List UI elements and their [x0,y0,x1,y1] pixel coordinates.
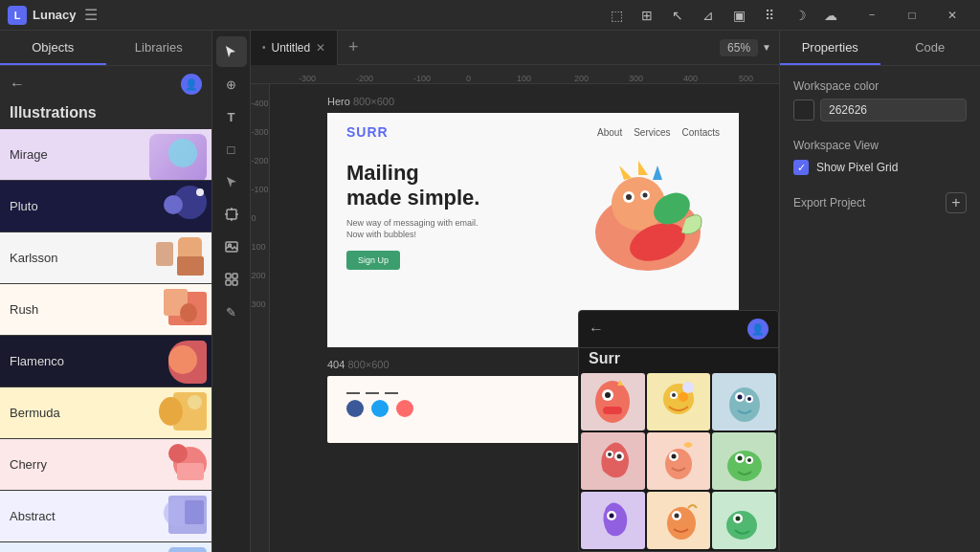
list-item-abstract[interactable]: Abstract [0,491,212,542]
close-tab-button[interactable]: ✕ [316,41,325,55]
svg-point-19 [595,381,630,423]
svg-point-30 [737,395,742,400]
surr-cell-3[interactable] [712,373,776,431]
svg-point-37 [617,454,622,459]
tab-properties[interactable]: Properties [780,31,880,65]
svg-rect-8 [233,274,237,278]
show-pixel-grid-checkbox[interactable]: ✓ [793,160,809,175]
hero-body: Mailing made simple. New way of messagin… [327,151,739,276]
list-item-pluto[interactable]: Pluto [0,181,212,232]
sidebar-tabs: Objects Libraries [0,31,212,66]
workspace-view-section: Workspace View ✓ Show Pixel Grid [793,139,967,175]
tab-objects[interactable]: Objects [0,31,106,65]
canvas-tab-untitled[interactable]: • Untitled ✕ [251,31,338,65]
color-input-row: 262626 [793,99,967,121]
image-tool[interactable] [216,232,247,262]
svg-rect-7 [226,274,231,278]
item-label-mirage: Mirage [10,147,48,162]
frame-select-icon[interactable]: ⬚ [603,5,630,26]
svg-point-25 [672,393,676,397]
main-layout: Objects Libraries ← 👤 Illustrations Mira… [0,31,980,552]
export-section: Export Project + [793,192,967,213]
workspace-view-label: Workspace View [793,139,967,152]
pen-tool[interactable]: ✎ [216,297,247,327]
zoom-control: 65% ▼ [720,39,771,56]
grid-layout-icon[interactable]: ⊞ [634,5,660,26]
export-add-button[interactable]: + [946,192,967,213]
ruler-v-tick: 0 [251,213,268,223]
workspace-color-section: Workspace color 262626 [793,79,967,121]
ruler-tick: 100 [517,74,531,83]
svg-point-21 [605,392,611,398]
hamburger-menu[interactable]: ☰ [84,6,98,24]
list-item-karlsson[interactable]: Karlsson [0,232,212,284]
surr-user-icon[interactable]: 👤 [747,319,768,340]
text-tool[interactable]: T [216,101,247,132]
surr-cell-8[interactable] [647,492,711,549]
surr-cell-4[interactable] [581,432,645,490]
minimize-button[interactable]: － [852,0,892,31]
zoom-tool[interactable]: ⊕ [216,69,247,99]
item-label-rush: Rush [10,302,38,317]
zoom-chevron-icon[interactable]: ▼ [762,42,771,53]
rect-tool[interactable]: □ [216,134,247,165]
right-panel: Properties Code Workspace color 262626 W… [779,31,980,552]
color-swatch[interactable] [793,99,814,121]
maximize-button[interactable]: □ [892,0,932,31]
grid-icon[interactable]: ⠿ [756,5,783,26]
list-item-bermuda[interactable]: Bermuda [0,387,212,439]
panel-tabs: Properties Code [780,31,980,66]
list-item-cherry[interactable]: Cherry [0,439,212,491]
svg-point-15 [626,194,632,200]
show-pixel-grid-row: ✓ Show Pixel Grid [793,160,967,175]
ruler-tick: 500 [739,74,753,83]
user-avatar[interactable]: 👤 [181,74,202,95]
ruler-v-tick: -300 [251,127,268,137]
surr-cell-5[interactable] [647,432,711,490]
surr-cell-7[interactable] [581,492,645,549]
surr-back-button[interactable]: ← [589,320,604,338]
ruler-tick: 300 [629,74,643,83]
hero-illustration-svg [567,161,720,276]
color-value-input[interactable]: 262626 [820,99,967,121]
surr-cell-6[interactable] [712,432,776,490]
component-tool[interactable] [216,264,247,295]
svg-point-38 [665,449,692,479]
app-name: Lunacy [33,8,77,22]
zoom-value[interactable]: 65% [720,39,758,56]
image-icon[interactable]: ▣ [725,5,752,26]
list-item-mirage[interactable]: Mirage [0,129,212,181]
svg-point-43 [737,456,742,461]
ruler-tick: 400 [683,74,698,83]
ruler-v-tick: -100 [251,185,268,194]
workspace-color-label: Workspace color [793,79,967,93]
tab-code[interactable]: Code [880,31,981,65]
back-button[interactable]: ← [10,76,25,93]
illustrations-list: Mirage Pluto Karlsson [0,129,212,552]
item-label-bermuda: Bermuda [10,406,60,420]
select-tool[interactable] [216,36,247,67]
cloud-icon[interactable]: ☁ [817,5,844,26]
surr-cell-2[interactable] [647,373,711,431]
list-item-rush[interactable]: Rush [0,284,212,336]
pointer-icon[interactable]: ↖ [664,5,691,26]
tab-libraries[interactable]: Libraries [106,31,212,65]
artboard-tool[interactable] [216,199,247,230]
list-item-fogg[interactable]: Fogg [0,542,212,552]
item-label-cherry: Cherry [10,457,47,472]
surr-cell-1[interactable] [581,373,645,431]
cursor-icon[interactable]: ⊿ [695,5,722,26]
add-tab-button[interactable]: + [338,31,368,65]
hero-artboard-label: Hero 800×600 [327,96,394,107]
page404-artboard-label: 404 800×600 [327,359,390,370]
close-button[interactable]: ✕ [932,0,972,31]
moon-icon[interactable]: ☽ [787,5,813,26]
hero-cta-button[interactable]: Sign Up [346,251,400,270]
surr-panel-title: Surr [579,348,778,371]
list-item-flamenco[interactable]: Flamenco [0,336,212,387]
arrow-tool[interactable] [216,166,247,197]
app-logo: L Lunacy [8,6,77,25]
hero-brand: SURR [346,124,389,140]
surr-cell-9[interactable] [712,492,776,549]
svg-point-53 [735,517,740,521]
